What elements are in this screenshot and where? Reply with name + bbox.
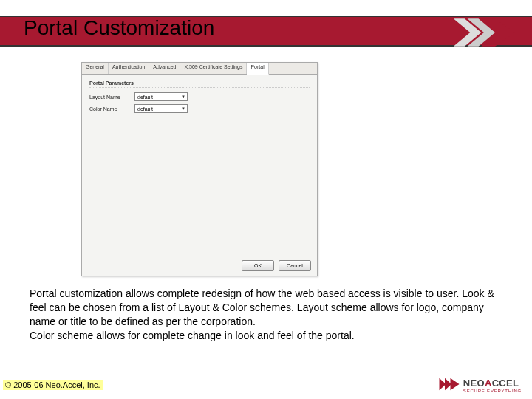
color-value: default: [137, 106, 153, 112]
logo-icon: [438, 375, 460, 395]
ok-button[interactable]: OK: [242, 260, 274, 271]
color-select[interactable]: default ▼: [134, 104, 188, 113]
brand-name: NEOACCEL: [463, 378, 519, 389]
brand-tagline: SECURE EVERYTHING: [463, 389, 522, 393]
tab-portal[interactable]: Portal: [247, 63, 268, 75]
layout-value: default: [137, 95, 153, 100]
settings-dialog: General Authentication Advanced X.509 Ce…: [81, 62, 318, 276]
cancel-button[interactable]: Cancel: [279, 260, 311, 271]
brand-logo: NEOACCEL SECURE EVERYTHING: [438, 375, 522, 395]
color-label: Color Name: [89, 106, 130, 112]
chevron-decoration: [451, 18, 517, 50]
layout-label: Layout Name: [89, 95, 130, 100]
chevron-down-icon: ▼: [181, 106, 185, 111]
layout-row: Layout Name default ▼: [89, 92, 310, 101]
slide-header: Portal Customization: [0, 0, 532, 53]
page-title: Portal Customization: [24, 16, 214, 40]
portal-panel: Portal Parameters Layout Name default ▼ …: [82, 75, 317, 122]
tab-advanced[interactable]: Advanced: [149, 63, 180, 74]
logo-text-block: NEOACCEL SECURE EVERYTHING: [463, 378, 522, 393]
chevron-down-icon: ▼: [181, 95, 185, 99]
description-text: Portal customization allows complete red…: [0, 276, 532, 343]
fieldset-title: Portal Parameters: [89, 81, 310, 88]
tab-general[interactable]: General: [82, 63, 109, 74]
tab-bar: General Authentication Advanced X.509 Ce…: [82, 63, 317, 75]
copyright-text: © 2005-06 Neo.Accel, Inc.: [3, 380, 103, 390]
content-area: General Authentication Advanced X.509 Ce…: [0, 53, 532, 276]
tab-authentication[interactable]: Authentication: [109, 63, 149, 74]
dialog-buttons: OK Cancel: [242, 260, 311, 271]
layout-select[interactable]: default ▼: [134, 92, 188, 101]
footer: © 2005-06 Neo.Accel, Inc. NEOACCEL SECUR…: [3, 375, 522, 395]
tab-x509[interactable]: X.509 Certificate Settings: [180, 63, 247, 74]
color-row: Color Name default ▼: [89, 104, 310, 113]
